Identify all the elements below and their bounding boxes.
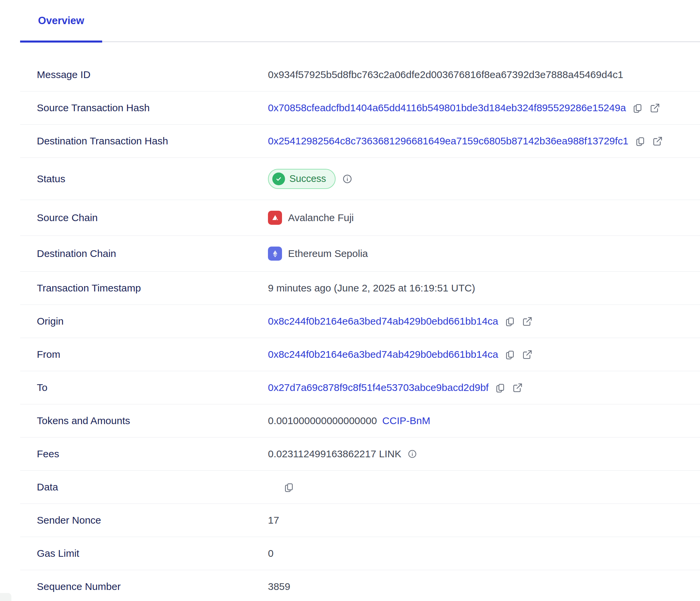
source-tx-hash-label: Source Transaction Hash xyxy=(37,102,268,114)
row-from: From 0x8c244f0b2164e6a3bed74ab429b0ebd66… xyxy=(20,338,700,371)
tab-bar-divider xyxy=(20,41,700,42)
to-label: To xyxy=(37,382,268,393)
copy-icon[interactable] xyxy=(283,481,294,493)
check-circle-icon xyxy=(272,173,285,185)
gas-limit-label: Gas Limit xyxy=(37,548,268,559)
tab-overview-label: Overview xyxy=(38,15,84,26)
destination-tx-hash-value-cell: 0x25412982564c8c7363681296681649ea7159c6… xyxy=(268,135,663,147)
sender-nonce-value-cell: 17 xyxy=(268,515,279,526)
row-origin: Origin 0x8c244f0b2164e6a3bed74ab429b0ebd… xyxy=(20,305,700,338)
row-message-id: Message ID 0x934f57925b5d8fbc763c2a06dfe… xyxy=(20,58,700,92)
message-id-label: Message ID xyxy=(37,69,268,80)
copy-icon[interactable] xyxy=(504,349,516,360)
avalanche-icon xyxy=(268,211,282,225)
external-link-icon[interactable] xyxy=(522,316,533,327)
sender-nonce-label: Sender Nonce xyxy=(37,515,268,526)
row-source-transaction-hash: Source Transaction Hash 0x70858cfeadcfbd… xyxy=(20,92,700,125)
copy-icon[interactable] xyxy=(495,382,506,393)
source-chain-name: Avalanche Fuji xyxy=(288,212,354,223)
transaction-timestamp-value: 9 minutes ago (June 2, 2025 at 16:19:51 … xyxy=(268,282,475,294)
row-destination-transaction-hash: Destination Transaction Hash 0x254129825… xyxy=(20,125,700,158)
row-sender-nonce: Sender Nonce 17 xyxy=(20,504,700,537)
status-badge: Success xyxy=(268,169,335,189)
row-gas-limit: Gas Limit 0 xyxy=(20,537,700,570)
source-chain-value-cell: Avalanche Fuji xyxy=(268,211,354,225)
row-tokens-and-amounts: Tokens and Amounts 0.001000000000000000 … xyxy=(20,404,700,437)
sender-nonce-value: 17 xyxy=(268,515,279,526)
external-link-icon[interactable] xyxy=(652,135,663,147)
status-label: Status xyxy=(37,173,268,184)
external-link-icon[interactable] xyxy=(512,382,524,393)
status-value-cell: Success xyxy=(268,169,353,189)
data-value-cell xyxy=(268,481,294,493)
tab-bar: Overview xyxy=(0,0,700,43)
message-id-value-cell: 0x934f57925b5d8fbc763c2a06dfe2d003676816… xyxy=(268,69,623,80)
bottom-left-widget-corner xyxy=(0,593,11,601)
from-value-cell: 0x8c244f0b2164e6a3bed74ab429b0ebd661bb14… xyxy=(268,349,533,360)
origin-address-link[interactable]: 0x8c244f0b2164e6a3bed74ab429b0ebd661bb14… xyxy=(268,316,498,327)
overview-table: Message ID 0x934f57925b5d8fbc763c2a06dfe… xyxy=(20,58,700,601)
ccip-transaction-overview-page: Overview Message ID 0x934f57925b5d8fbc76… xyxy=(0,0,700,601)
source-chain-label: Source Chain xyxy=(37,212,268,223)
info-icon[interactable] xyxy=(407,448,418,460)
transaction-timestamp-value-cell: 9 minutes ago (June 2, 2025 at 16:19:51 … xyxy=(268,282,475,294)
tab-overview[interactable]: Overview xyxy=(20,15,102,27)
row-fees: Fees 0.023112499163862217 LINK xyxy=(20,437,700,471)
tab-active-indicator xyxy=(20,41,102,43)
from-address-link[interactable]: 0x8c244f0b2164e6a3bed74ab429b0ebd661bb14… xyxy=(268,349,498,360)
destination-tx-hash-link[interactable]: 0x25412982564c8c7363681296681649ea7159c6… xyxy=(268,135,628,147)
copy-icon[interactable] xyxy=(634,135,646,147)
destination-chain-value-cell: Ethereum Sepolia xyxy=(268,247,368,260)
sequence-number-value-cell: 3859 xyxy=(268,581,291,592)
source-tx-hash-link[interactable]: 0x70858cfeadcfbd1404a65dd4116b549801bde3… xyxy=(268,102,626,114)
sequence-number-label: Sequence Number xyxy=(37,581,268,592)
row-sequence-number: Sequence Number 3859 xyxy=(20,570,700,601)
destination-tx-hash-label: Destination Transaction Hash xyxy=(37,135,268,147)
row-data: Data xyxy=(20,471,700,504)
fees-label: Fees xyxy=(37,448,268,460)
token-amount-value: 0.001000000000000000 xyxy=(268,415,377,426)
copy-icon[interactable] xyxy=(504,316,516,327)
fees-value-cell: 0.023112499163862217 LINK xyxy=(268,448,418,460)
destination-chain-label: Destination Chain xyxy=(37,248,268,259)
row-to: To 0x27d7a69c878f9c8f51f4e53703abce9bacd… xyxy=(20,371,700,404)
origin-label: Origin xyxy=(37,316,268,327)
copy-icon[interactable] xyxy=(632,102,643,114)
data-label: Data xyxy=(37,481,268,493)
ethereum-icon xyxy=(268,247,282,260)
destination-chain-name: Ethereum Sepolia xyxy=(288,248,368,259)
external-link-icon[interactable] xyxy=(522,349,533,360)
sequence-number-value: 3859 xyxy=(268,581,291,592)
row-source-chain: Source Chain Avalanche Fuji xyxy=(20,200,700,236)
origin-value-cell: 0x8c244f0b2164e6a3bed74ab429b0ebd661bb14… xyxy=(268,316,533,327)
from-label: From xyxy=(37,349,268,360)
to-value-cell: 0x27d7a69c878f9c8f51f4e53703abce9bacd2d9… xyxy=(268,382,524,393)
row-status: Status Success xyxy=(20,158,700,200)
info-icon[interactable] xyxy=(342,173,353,184)
external-link-icon[interactable] xyxy=(649,102,661,114)
tokens-and-amounts-label: Tokens and Amounts xyxy=(37,415,268,426)
status-badge-label: Success xyxy=(290,173,326,184)
gas-limit-value: 0 xyxy=(268,548,274,559)
message-id-value: 0x934f57925b5d8fbc763c2a06dfe2d003676816… xyxy=(268,69,623,80)
token-name-link[interactable]: CCIP-BnM xyxy=(382,415,430,426)
tokens-and-amounts-value-cell: 0.001000000000000000 CCIP-BnM xyxy=(268,415,430,426)
row-destination-chain: Destination Chain Ethereum Sepolia xyxy=(20,236,700,272)
to-address-link[interactable]: 0x27d7a69c878f9c8f51f4e53703abce9bacd2d9… xyxy=(268,382,489,393)
transaction-timestamp-label: Transaction Timestamp xyxy=(37,282,268,294)
fees-value: 0.023112499163862217 LINK xyxy=(268,448,401,460)
source-tx-hash-value-cell: 0x70858cfeadcfbd1404a65dd4116b549801bde3… xyxy=(268,102,661,114)
row-transaction-timestamp: Transaction Timestamp 9 minutes ago (Jun… xyxy=(20,272,700,305)
gas-limit-value-cell: 0 xyxy=(268,548,274,559)
